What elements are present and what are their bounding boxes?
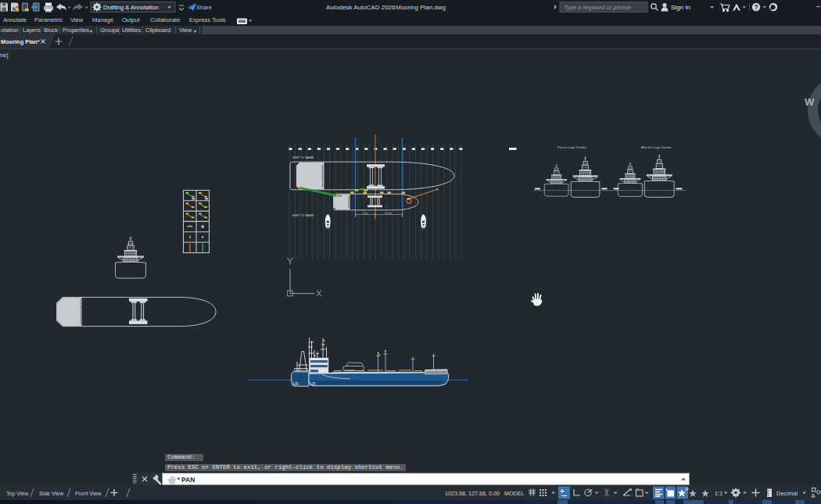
svg-text:me]: me] <box>0 52 9 59</box>
svg-text:?: ? <box>755 3 758 11</box>
svg-text:Decimal: Decimal <box>776 490 798 497</box>
svg-text:SHIP #1 NAME: SHIP #1 NAME <box>292 155 314 159</box>
svg-text:SHIP #2 NAME: SHIP #2 NAME <box>292 213 314 217</box>
svg-text:MODEL: MODEL <box>504 490 525 497</box>
svg-text:Mooring Plan*: Mooring Plan* <box>1 38 40 45</box>
svg-text:LR: LR <box>310 381 316 386</box>
svg-text:1023.68, 127.68, 0.00: 1023.68, 127.68, 0.00 <box>445 490 500 497</box>
svg-text:Drafting & Annotation: Drafting & Annotation <box>103 4 159 11</box>
svg-text:Prior to Cargo Transfer: Prior to Cargo Transfer <box>557 146 586 149</box>
svg-text:Sign In: Sign In <box>671 4 690 11</box>
svg-text:Share: Share <box>196 4 212 11</box>
svg-text:After the Cargo Transfer: After the Cargo Transfer <box>641 146 672 149</box>
svg-text:1:1: 1:1 <box>715 490 722 497</box>
svg-text:W: W <box>805 96 815 108</box>
svg-text:20.0m: 20.0m <box>385 212 392 215</box>
svg-text:Mooring Plan.dwg: Mooring Plan.dwg <box>396 4 446 11</box>
svg-text:Autodesk AutoCAD 2026: Autodesk AutoCAD 2026 <box>326 4 396 11</box>
svg-text:7.5m: 7.5m <box>362 212 367 215</box>
svg-text:PAN: PAN <box>181 476 195 484</box>
svg-text:Type a keyword or phrase: Type a keyword or phrase <box>564 4 631 11</box>
svg-text:LR: LR <box>293 381 299 386</box>
